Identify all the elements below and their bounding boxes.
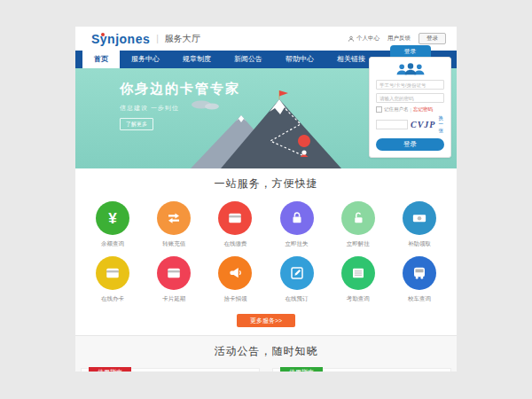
attendance-list-icon[interactable] — [341, 256, 375, 290]
service-label: 在线预订 — [270, 295, 325, 303]
banknote-icon[interactable] — [403, 201, 436, 235]
service-item-unfreeze[interactable]: 立即解挂 — [331, 201, 386, 248]
service-label: 卡片延期 — [146, 295, 201, 303]
lock-icon[interactable] — [280, 201, 314, 235]
yen-icon[interactable]: ¥ — [96, 201, 129, 235]
service-label: 补助领取 — [392, 240, 447, 248]
captcha-row: CVJP 换一张 — [376, 115, 444, 134]
screenshot-canvas: Synjones | 服务大厅 个人中心 用户反馈 登录 首页 服务中心 规章制… — [0, 0, 532, 399]
service-item-card-extend[interactable]: 卡片延期 — [146, 256, 201, 303]
guide-ribbon-green[interactable]: 使用指南 — [280, 367, 323, 372]
service-item-found-card[interactable]: 拾卡招领 — [207, 256, 262, 303]
bank-card-icon[interactable] — [218, 201, 252, 235]
login-form: 记住用户名 | 忘记密码 CVJP 换一张 登录 — [369, 57, 451, 158]
nav-item-rules[interactable]: 规章制度 — [171, 51, 223, 68]
users-icon — [376, 63, 444, 75]
header-login-button[interactable]: 登录 — [419, 33, 446, 44]
hero-more-button[interactable]: 了解更多 — [120, 118, 153, 130]
announcements-title: 活动公告，随时知晓 — [75, 344, 457, 359]
service-label: 立即挂失 — [270, 240, 325, 248]
bank-card-icon[interactable] — [96, 256, 129, 290]
header-actions: 个人中心 用户反馈 登录 — [348, 33, 446, 44]
logo[interactable]: Synjones — [91, 32, 150, 46]
captcha-input[interactable] — [376, 120, 408, 129]
divider: | — [156, 34, 159, 43]
personal-center-link[interactable]: 个人中心 — [348, 35, 379, 43]
service-label: 转账充值 — [146, 240, 201, 248]
bus-icon[interactable] — [403, 256, 436, 290]
service-item-attendance[interactable]: 考勤查询 — [331, 256, 386, 303]
service-item-school-bus[interactable]: 校车查询 — [392, 256, 447, 303]
edit-icon[interactable] — [280, 256, 314, 290]
login-submit-button[interactable]: 登录 — [376, 138, 444, 151]
unlock-icon[interactable] — [341, 201, 375, 235]
remember-checkbox[interactable] — [376, 106, 382, 113]
more-link[interactable]: 更多>> — [236, 369, 253, 372]
user-feedback-label: 用户反馈 — [387, 35, 411, 43]
service-label: 余额查询 — [85, 240, 140, 248]
more-link[interactable]: 更多>> — [427, 369, 444, 372]
site-title: 服务大厅 — [165, 33, 200, 45]
services-section: 一站服务，方便快捷 ¥ 余额查询 转账充值 在线缴费 — [75, 168, 457, 327]
transfer-icon[interactable] — [157, 201, 191, 235]
logo-dot-icon — [101, 33, 105, 36]
service-label: 立即解挂 — [331, 240, 386, 248]
hero-banner: 你身边的卡管专家 信息建设 一步到位 了解更多 登录 — [75, 68, 457, 168]
user-feedback-link[interactable]: 用户反馈 — [387, 35, 411, 43]
services-title: 一站服务，方便快捷 — [75, 176, 457, 192]
divider: | — [411, 107, 411, 113]
nav-item-service-center[interactable]: 服务中心 — [120, 51, 171, 68]
service-item-apply-card[interactable]: 在线办卡 — [85, 256, 140, 303]
person-icon — [348, 35, 355, 43]
service-item-transfer[interactable]: 转账充值 — [146, 201, 201, 248]
announcements-section: 活动公告，随时知晓 使用指南 最新公告 更多>> 使用指南 更多>> — [75, 335, 457, 372]
service-item-subsidy[interactable]: 补助领取 — [392, 201, 447, 248]
megaphone-icon[interactable] — [218, 256, 252, 290]
remember-label: 记住用户名 — [384, 106, 409, 113]
nav-item-home[interactable]: 首页 — [82, 51, 120, 68]
service-item-balance[interactable]: ¥ 余额查询 — [85, 201, 140, 248]
service-item-report-loss[interactable]: 立即挂失 — [270, 201, 325, 248]
service-label: 考勤查询 — [331, 295, 386, 303]
announcement-panels: 使用指南 最新公告 更多>> 使用指南 更多>> — [75, 368, 457, 372]
remember-row: 记住用户名 | 忘记密码 — [376, 106, 444, 113]
service-label: 校车查询 — [392, 295, 447, 303]
services-grid: ¥ 余额查询 转账充值 在线缴费 — [85, 201, 447, 311]
account-input[interactable] — [376, 80, 444, 90]
nav-item-help[interactable]: 帮助中心 — [274, 51, 325, 68]
bank-card-icon[interactable] — [157, 256, 191, 290]
password-input[interactable] — [376, 93, 444, 103]
service-item-booking[interactable]: 在线预订 — [270, 256, 325, 303]
captcha-image[interactable]: CVJP — [411, 120, 435, 129]
mountain-illustration — [175, 90, 356, 168]
guide-panel-right: 使用指南 更多>> — [272, 368, 451, 372]
logo-text: Synjones — [91, 32, 150, 46]
service-label: 在线缴费 — [207, 240, 262, 248]
service-label: 在线办卡 — [85, 295, 140, 303]
latest-news-tab[interactable]: 最新公告 — [147, 369, 172, 372]
guide-panel-left: 使用指南 最新公告 更多>> — [81, 368, 260, 372]
captcha-refresh-link[interactable]: 换一张 — [438, 115, 444, 134]
forgot-password-link[interactable]: 忘记密码 — [413, 106, 433, 113]
more-services-button[interactable]: 更多服务>> — [237, 314, 295, 327]
login-panel: 登录 记住用户名 | 忘记密码 — [369, 45, 451, 158]
nav-item-news[interactable]: 新闻公告 — [223, 51, 274, 68]
guide-ribbon-red[interactable]: 使用指南 — [89, 367, 131, 372]
service-item-pay[interactable]: 在线缴费 — [207, 201, 262, 248]
service-label: 拾卡招领 — [207, 295, 262, 303]
login-tab[interactable]: 登录 — [390, 45, 431, 57]
website-page: Synjones | 服务大厅 个人中心 用户反馈 登录 首页 服务中心 规章制… — [75, 27, 457, 372]
personal-center-label: 个人中心 — [356, 35, 379, 43]
